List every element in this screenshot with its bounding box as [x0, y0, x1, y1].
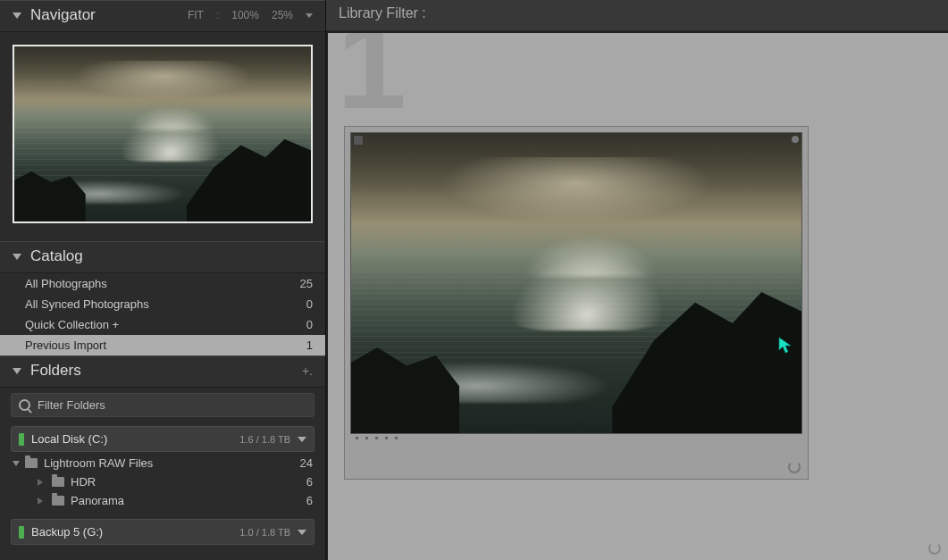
collapse-triangle-icon[interactable] — [13, 254, 21, 260]
catalog-item-previous-import[interactable]: Previous Import 1 — [0, 335, 325, 355]
search-icon — [19, 399, 30, 411]
folder-label: HDR — [71, 475, 96, 489]
catalog-item-count: 1 — [306, 339, 313, 352]
folder-icon — [52, 477, 64, 487]
drive-status-icon — [19, 433, 24, 446]
disclosure-triangle-icon[interactable] — [38, 497, 46, 505]
folder-tree: Lightroom RAW Files 24 HDR 6 Panorama 6 — [0, 452, 325, 515]
navigator-preview[interactable] — [13, 45, 313, 223]
catalog-item-label: Previous Import — [25, 339, 106, 352]
thumbnail-cell[interactable] — [344, 126, 809, 480]
folder-hdr[interactable]: HDR 6 — [13, 472, 313, 491]
drive-name: Backup 5 (G:) — [31, 525, 103, 539]
folder-label: Lightroom RAW Files — [44, 456, 153, 470]
folder-icon — [52, 496, 64, 506]
collapse-triangle-icon[interactable] — [13, 13, 21, 19]
catalog-title: Catalog — [30, 247, 83, 265]
catalog-item-count: 0 — [306, 318, 313, 331]
grid-index-number: 1 — [337, 33, 407, 128]
collapse-triangle-icon[interactable] — [13, 368, 21, 374]
catalog-item-count: 25 — [300, 277, 313, 290]
drive-status-icon — [19, 526, 24, 539]
drive-local-c[interactable]: Local Disk (C:) 1.6 / 1.8 TB — [11, 426, 315, 452]
zoom-100[interactable]: 100% — [231, 9, 259, 21]
folders-title: Folders — [30, 362, 81, 380]
drive-usage: 1.6 / 1.8 TB — [239, 434, 290, 445]
folder-count: 6 — [306, 475, 313, 489]
catalog-item-label: All Photographs — [25, 277, 107, 290]
zoom-25[interactable]: 25% — [272, 9, 293, 21]
catalog-item-all-photographs[interactable]: All Photographs 25 — [0, 273, 325, 294]
catalog-item-label: All Synced Photographs — [25, 297, 149, 311]
drive-dropdown-icon[interactable] — [298, 437, 306, 442]
thumbnail-image[interactable] — [350, 132, 802, 434]
disclosure-triangle-icon[interactable] — [38, 479, 46, 486]
drive-backup-5[interactable]: Backup 5 (G:) 1.0 / 1.8 TB — [11, 519, 315, 545]
catalog-item-synced[interactable]: All Synced Photographs 0 — [0, 294, 325, 314]
folder-count: 6 — [306, 494, 313, 507]
folders-header[interactable]: Folders +. — [0, 355, 325, 388]
folder-count: 24 — [300, 456, 313, 470]
catalog-item-label: Quick Collection + — [25, 318, 119, 331]
folder-panorama[interactable]: Panorama 6 — [13, 491, 313, 510]
grid-rotate-right-icon[interactable] — [928, 542, 941, 555]
main-area: Library Filter : 1 — [326, 0, 948, 560]
catalog-item-count: 0 — [306, 297, 313, 311]
rating-dots[interactable] — [356, 437, 398, 439]
folder-filter-input[interactable]: Filter Folders — [11, 393, 315, 417]
folder-filter-placeholder: Filter Folders — [38, 398, 105, 412]
library-filter-bar[interactable]: Library Filter : — [326, 0, 948, 31]
drive-usage: 1.0 / 1.8 TB — [239, 527, 290, 538]
thumbnail-badge-icon[interactable] — [353, 135, 364, 146]
zoom-fit[interactable]: FIT — [188, 9, 204, 21]
grid-view[interactable]: 1 — [326, 31, 948, 560]
folder-lightroom-raw[interactable]: Lightroom RAW Files 24 — [13, 454, 313, 472]
navigator-header[interactable]: Navigator FIT : 100% 25% — [0, 0, 325, 32]
folder-label: Panorama — [71, 494, 124, 507]
left-panel: Navigator FIT : 100% 25% — [0, 0, 326, 560]
zoom-dropdown-icon[interactable] — [306, 13, 313, 18]
catalog-header[interactable]: Catalog — [0, 241, 325, 273]
catalog-item-quick-collection[interactable]: Quick Collection + 0 — [0, 314, 325, 335]
drive-dropdown-icon[interactable] — [298, 530, 306, 535]
rotate-right-icon[interactable] — [788, 461, 801, 473]
thumbnail-flag-icon[interactable] — [792, 136, 799, 143]
navigator-zoom-controls: FIT : 100% 25% — [188, 9, 313, 21]
catalog-list: All Photographs 25 All Synced Photograph… — [0, 273, 325, 355]
drive-name: Local Disk (C:) — [31, 432, 107, 446]
navigator-title: Navigator — [30, 6, 96, 24]
navigator-preview-area — [0, 32, 325, 241]
folder-icon — [25, 458, 38, 468]
add-folder-button[interactable]: +. — [302, 364, 313, 378]
library-filter-label: Library Filter : — [339, 5, 426, 21]
disclosure-triangle-icon[interactable] — [13, 461, 20, 466]
